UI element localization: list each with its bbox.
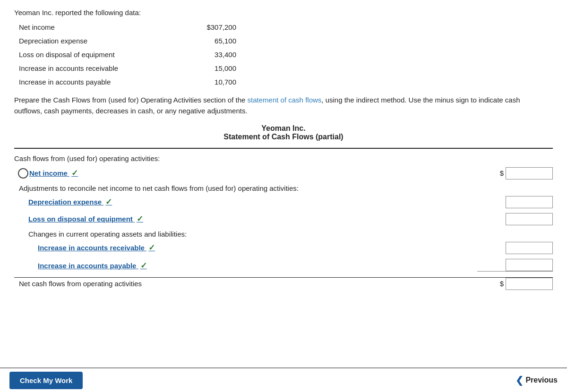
receivable-input[interactable]	[506, 242, 553, 254]
data-row-payable: Increase in accounts payable 10,700	[19, 78, 553, 86]
loss-checkmark: ✓	[137, 214, 143, 223]
data-label-net-income: Net income	[19, 23, 180, 31]
data-value-payable: 10,700	[180, 78, 236, 86]
net-cash-row: Net cash flows from operating activities…	[14, 277, 553, 290]
company-name: Yeoman Inc.	[14, 124, 553, 133]
loss-input-cell	[477, 213, 553, 225]
circle-indicator	[18, 168, 28, 179]
data-table: Net income $307,200 Depreciation expense…	[19, 23, 553, 86]
net-income-row: Net income ✓ $	[14, 167, 553, 179]
data-row-net-income: Net income $307,200	[19, 23, 553, 31]
check-my-work-button[interactable]: Check My Work	[9, 372, 83, 389]
payable-input-cell	[477, 259, 553, 272]
receivable-label: Increase in accounts receivable ✓	[38, 243, 477, 253]
receivable-checkmark: ✓	[148, 243, 155, 252]
payable-input[interactable]	[506, 259, 553, 271]
data-label-receivable: Increase in accounts receivable	[19, 64, 180, 72]
payable-checkmark: ✓	[140, 261, 147, 270]
statement-link[interactable]: statement of cash flows	[248, 96, 322, 104]
instructions: Prepare the Cash Flows from (used for) O…	[14, 94, 548, 117]
data-value-net-income: $307,200	[180, 23, 236, 31]
chevron-left-icon: ❮	[515, 375, 524, 386]
data-row-receivable: Increase in accounts receivable 15,000	[19, 64, 553, 72]
data-value-receivable: 15,000	[180, 64, 236, 72]
data-row-depreciation: Depreciation expense 65,100	[19, 37, 553, 45]
net-income-dollar: $	[500, 169, 504, 177]
depreciation-label: Depreciation expense ✓	[28, 197, 477, 207]
depreciation-row: Depreciation expense ✓	[14, 196, 553, 208]
loss-row: Loss on disposal of equipment ✓	[14, 213, 553, 225]
changes-label: Changes in current operating assets and …	[14, 230, 553, 238]
data-value-loss: 33,400	[180, 51, 236, 59]
depreciation-input-cell	[477, 196, 553, 208]
payable-row: Increase in accounts payable ✓	[14, 259, 553, 273]
data-label-payable: Increase in accounts payable	[19, 78, 180, 86]
net-income-label: Net income ✓	[19, 168, 477, 178]
receivable-input-cell	[477, 242, 553, 254]
net-income-input[interactable]	[506, 167, 553, 179]
section-header: Cash flows from (used for) operating act…	[14, 154, 553, 162]
loss-input[interactable]	[506, 213, 553, 225]
depreciation-checkmark: ✓	[105, 197, 112, 206]
payable-label: Increase in accounts payable ✓	[38, 261, 477, 271]
receivable-row: Increase in accounts receivable ✓	[14, 242, 553, 254]
net-cash-dollar: $	[500, 280, 504, 288]
depreciation-input[interactable]	[506, 196, 553, 208]
net-cash-input-cell: $	[477, 278, 553, 290]
loss-label: Loss on disposal of equipment ✓	[28, 214, 477, 224]
data-row-loss: Loss on disposal of equipment 33,400	[19, 51, 553, 59]
data-value-depreciation: 65,100	[180, 37, 236, 45]
intro-text: Yeoman Inc. reported the following data:	[14, 9, 553, 17]
net-income-checkmark: ✓	[71, 169, 78, 178]
previous-button[interactable]: ❮ Previous	[515, 375, 558, 386]
footer-bar: Check My Work ❮ Previous	[0, 367, 567, 392]
company-header: Yeoman Inc. Statement of Cash Flows (par…	[14, 124, 553, 141]
data-label-loss: Loss on disposal of equipment	[19, 51, 180, 59]
data-label-depreciation: Depreciation expense	[19, 37, 180, 45]
previous-label: Previous	[525, 376, 558, 384]
statement-title: Statement of Cash Flows (partial)	[14, 133, 553, 141]
net-income-input-cell: $	[477, 167, 553, 179]
net-cash-label: Net cash flows from operating activities	[19, 280, 477, 288]
instructions-text1: Prepare the Cash Flows from (used for) O…	[14, 96, 248, 104]
net-cash-input[interactable]	[506, 278, 553, 290]
form-section: Cash flows from (used for) operating act…	[14, 148, 553, 290]
adjustments-label: Adjustments to reconcile net income to n…	[14, 184, 553, 192]
